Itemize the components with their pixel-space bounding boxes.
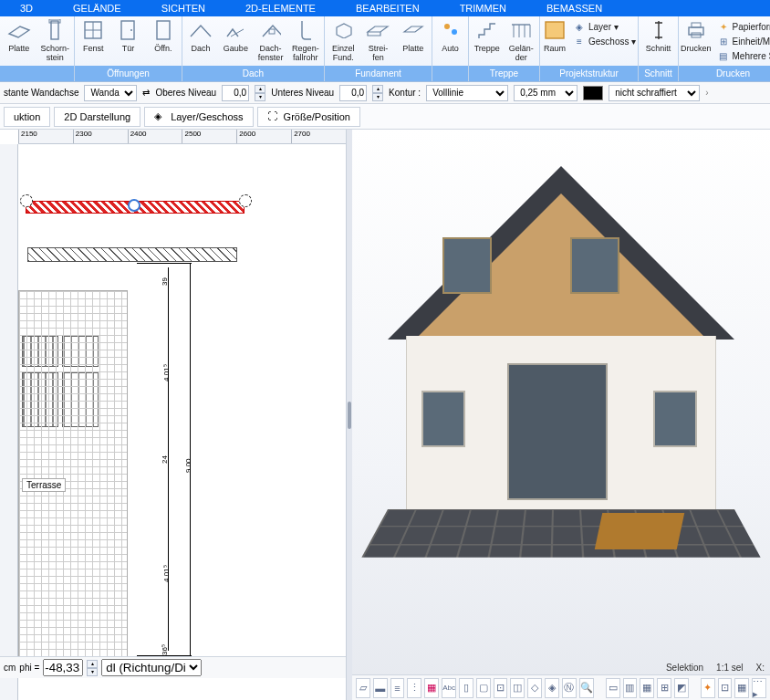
streifen-button[interactable]: Strei- fen [361, 18, 394, 64]
tool-4[interactable]: ⋮ [407, 678, 421, 698]
raum-button[interactable]: Raum [542, 18, 567, 64]
scale-label: 1:1 sel [716, 663, 743, 673]
paper-icon: ✦ [717, 21, 730, 34]
tool-19[interactable]: ◩ [674, 678, 689, 698]
terrace-3d [361, 509, 760, 558]
tool-11[interactable]: ◇ [527, 678, 542, 698]
regenfallrohr-button[interactable]: Regen- fallrohr [289, 18, 322, 64]
oberes-input[interactable] [222, 85, 249, 101]
tab-konstruktion[interactable]: uktion [4, 107, 50, 127]
tool-9[interactable]: ⊡ [494, 678, 508, 698]
unteres-input[interactable] [339, 85, 367, 101]
perspective-view-3d[interactable]: Selektion 1:1 sel X: [352, 130, 770, 700]
dim-9-00: 9.00 [184, 458, 192, 473]
plan-canvas[interactable]: Terrasse 4.01⁵ 9.00 4.01⁵ 36⁵ 24 39 [18, 144, 346, 678]
geschoss-button[interactable]: ≡Geschoss ▾ [573, 35, 636, 49]
dachfenster-button[interactable]: Dach- fenster [255, 18, 287, 64]
oberes-down[interactable]: ▾ [255, 93, 265, 101]
unteres-down[interactable]: ▾ [372, 93, 383, 101]
dormer-icon [223, 18, 248, 42]
tab-groesse-position[interactable]: ⛶Größe/Position [257, 107, 360, 127]
tool-14[interactable]: 🔍 [579, 678, 594, 698]
dim-24: 24 [161, 455, 169, 464]
kontur-select[interactable]: Volllinie [426, 85, 508, 101]
einzelfund-button[interactable]: Einzel Fund. [327, 18, 359, 64]
group-caption-fundament: Fundament [325, 66, 432, 81]
layer-button[interactable]: ◈Layer ▾ [573, 20, 636, 35]
tool-15[interactable]: ▭ [606, 678, 620, 698]
roof-3d [388, 166, 734, 340]
papierformat-button[interactable]: ✦Papierformat [717, 20, 770, 35]
svg-point-9 [444, 24, 450, 29]
tool-1[interactable]: ▱ [356, 678, 370, 698]
wandachse-label: stante Wandachse [4, 88, 78, 98]
wall-handle-mid[interactable] [128, 199, 140, 212]
tool-7[interactable]: ▯ [459, 678, 473, 698]
schnitt-button[interactable]: Schnitt [640, 18, 676, 64]
platte-fund-button[interactable]: Platte [397, 18, 430, 64]
direction-select[interactable]: dl (Richtung/Di [101, 659, 202, 676]
unteres-up[interactable]: ▴ [372, 85, 383, 93]
kontur-label: Kontur : [389, 88, 421, 98]
menu-bemassen[interactable]: BEMASSEN [526, 3, 622, 14]
wandachse-select[interactable]: Wanda [84, 85, 137, 101]
fenster-button[interactable]: Fenst [77, 18, 109, 64]
tool-3[interactable]: ≡ [390, 678, 405, 698]
oeffnung-button[interactable]: Öffn. [147, 18, 180, 64]
wall-handle-left[interactable] [20, 194, 33, 207]
oberes-up[interactable]: ▴ [255, 85, 265, 93]
menu-trimmen[interactable]: TRIMMEN [440, 3, 526, 14]
einheit-button[interactable]: ⊞Einheit/Maßst. [717, 35, 770, 49]
drucken-button[interactable]: Drucken [681, 18, 712, 64]
tuer-button[interactable]: Tür [111, 18, 144, 64]
gelaender-button[interactable]: Gelän- der [505, 18, 538, 64]
wall-handle-right[interactable] [239, 194, 252, 207]
plan-view-2d[interactable]: 215023002400250026002700 Terrasse 4.01⁵ [0, 130, 347, 700]
dach-button[interactable]: Dach [184, 18, 217, 64]
tool-16[interactable]: ▥ [623, 678, 638, 698]
tool-10[interactable]: ◫ [510, 678, 525, 698]
tool-2[interactable]: ▬ [373, 678, 388, 698]
schornstein-button[interactable]: Schorn- stein [38, 18, 73, 64]
dim-365: 36⁵ [161, 644, 169, 655]
chevron-right-icon[interactable]: › [705, 88, 708, 98]
platte-button[interactable]: Platte [2, 18, 36, 64]
phi-input[interactable] [43, 659, 83, 676]
group-caption-drucken: Drucken [679, 66, 770, 81]
menu-gelaende[interactable]: GELÄNDE [53, 3, 141, 14]
tab-layer-geschoss[interactable]: ◈Layer/Geschoss [144, 107, 253, 127]
tool-21[interactable]: ⊡ [718, 678, 733, 698]
thickness-select[interactable]: 0,25 mm [514, 85, 578, 101]
hatch-select[interactable]: nicht schraffiert [609, 85, 700, 101]
tool-20[interactable]: ✦ [701, 678, 715, 698]
skylight-icon [258, 18, 284, 42]
menu-2d-elemente[interactable]: 2D-ELEMENTE [225, 3, 336, 14]
pages-icon: ▤ [717, 50, 730, 63]
svg-rect-7 [157, 21, 170, 39]
tool-23[interactable]: ⋯▸ [752, 678, 766, 698]
menu-sichten[interactable]: SICHTEN [141, 3, 225, 14]
dim-39: 39 [161, 277, 169, 286]
tab-2d-darstellung[interactable]: 2D Darstellung [54, 107, 140, 127]
tool-18[interactable]: ⊞ [657, 678, 671, 698]
auto-button[interactable]: Auto [434, 18, 466, 64]
tool-17[interactable]: ▦ [640, 678, 654, 698]
gaube-button[interactable]: Gaube [219, 18, 252, 64]
status-right: Selektion 1:1 sel X: [666, 663, 765, 673]
menu-3d[interactable]: 3D [0, 3, 53, 14]
single-foundation-icon [330, 18, 356, 42]
stairs-icon [474, 18, 500, 42]
tool-n[interactable]: Ⓝ [562, 678, 577, 698]
phi-down[interactable]: ▾ [87, 668, 98, 676]
tool-abc[interactable]: Abc [442, 678, 456, 698]
tool-12[interactable]: ◈ [545, 678, 559, 698]
menu-bearbeiten[interactable]: BEARBEITEN [336, 3, 440, 14]
tool-5[interactable]: ▦ [424, 678, 439, 698]
color-swatch[interactable] [583, 86, 603, 100]
treppe-button[interactable]: Treppe [471, 18, 504, 64]
tool-8[interactable]: ▢ [476, 678, 491, 698]
section-icon [646, 18, 671, 42]
mehrere-seiten-button[interactable]: ▤Mehrere Seiten [717, 49, 770, 64]
phi-up[interactable]: ▴ [87, 660, 98, 668]
tool-22[interactable]: ▦ [734, 678, 749, 698]
